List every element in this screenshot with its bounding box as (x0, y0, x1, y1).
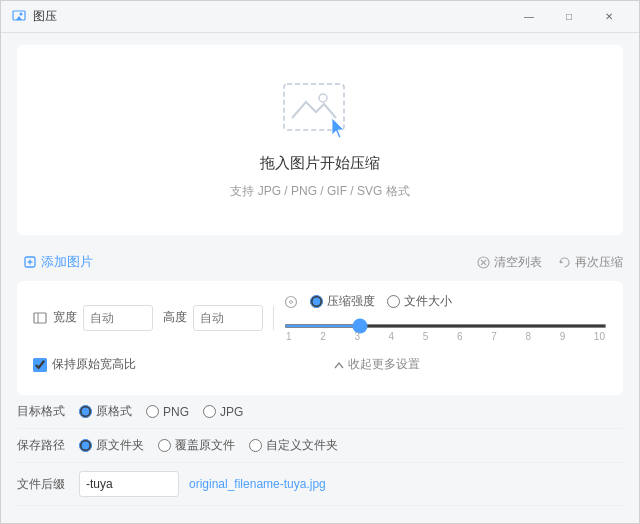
add-image-label: 添加图片 (41, 253, 93, 271)
height-field-group: 高度 (163, 305, 263, 331)
window-controls: — □ ✕ (509, 1, 629, 33)
settings-panel: 宽度 高度 压缩强度 (17, 281, 623, 395)
file-size-radio[interactable] (387, 295, 400, 308)
drop-sub-text: 支持 JPG / PNG / GIF / SVG 格式 (230, 183, 409, 200)
close-button[interactable]: ✕ (589, 1, 629, 33)
compress-section: 压缩强度 文件大小 1 2 3 4 5 6 (284, 293, 607, 342)
save-overwrite-radio[interactable] (158, 439, 171, 452)
format-original-radio[interactable] (79, 405, 92, 418)
file-size-text: 文件大小 (404, 293, 452, 310)
format-row: 目标格式 原格式 PNG JPG (17, 395, 623, 429)
maximize-button[interactable]: □ (549, 1, 589, 33)
chevron-up-icon (334, 361, 344, 369)
save-original-folder-label[interactable]: 原文件夹 (79, 437, 144, 454)
format-png-text: PNG (163, 405, 189, 419)
svg-rect-4 (292, 92, 336, 122)
format-label: 目标格式 (17, 403, 69, 420)
drop-zone[interactable]: 拖入图片开始压缩 支持 JPG / PNG / GIF / SVG 格式 (17, 45, 623, 235)
svg-marker-13 (560, 260, 564, 264)
svg-point-5 (319, 94, 327, 102)
svg-point-16 (286, 296, 297, 307)
app-window: 图压 — □ ✕ 拖入图片开始压缩 支持 JPG / PNG / GIF / S… (0, 0, 640, 524)
suffix-preview: original_filename-tuya.jpg (189, 477, 326, 491)
format-png-label[interactable]: PNG (146, 405, 189, 419)
format-original-text: 原格式 (96, 403, 132, 420)
app-icon (11, 9, 27, 25)
keep-ratio-label[interactable]: 保持原始宽高比 (33, 356, 136, 373)
svg-point-2 (20, 12, 23, 15)
title-bar: 图压 — □ ✕ (1, 1, 639, 33)
settings-row-2: 保持原始宽高比 收起更多设置 (33, 352, 607, 377)
compress-strength-radio-label[interactable]: 压缩强度 (310, 293, 375, 310)
clear-icon (477, 256, 490, 269)
format-original-label[interactable]: 原格式 (79, 403, 132, 420)
format-jpg-radio[interactable] (203, 405, 216, 418)
resize-icon (33, 312, 47, 324)
compress-top: 压缩强度 文件大小 (284, 293, 607, 310)
settings-row-1: 宽度 高度 压缩强度 (33, 293, 607, 342)
compress-strength-text: 压缩强度 (327, 293, 375, 310)
retry-compress-button[interactable]: 再次压缩 (558, 254, 623, 271)
toolbar-right: 清空列表 再次压缩 (477, 254, 623, 271)
width-field-group: 宽度 (33, 305, 153, 331)
toolbar: 添加图片 清空列表 再次压缩 (1, 243, 639, 281)
save-overwrite-text: 覆盖原文件 (175, 437, 235, 454)
svg-marker-1 (16, 16, 22, 20)
plus-icon (23, 255, 37, 269)
save-custom-folder-label[interactable]: 自定义文件夹 (249, 437, 338, 454)
save-original-folder-radio[interactable] (79, 439, 92, 452)
compress-slider[interactable] (284, 324, 607, 328)
clear-list-button[interactable]: 清空列表 (477, 254, 542, 271)
format-radio-group: 原格式 PNG JPG (79, 403, 243, 420)
retry-icon (558, 256, 571, 269)
window-title: 图压 (33, 8, 509, 25)
file-size-radio-label[interactable]: 文件大小 (387, 293, 452, 310)
collapse-label: 收起更多设置 (348, 356, 420, 373)
clear-list-label: 清空列表 (494, 254, 542, 271)
collapse-button[interactable]: 收起更多设置 (334, 352, 420, 377)
minimize-button[interactable]: — (509, 1, 549, 33)
save-custom-folder-radio[interactable] (249, 439, 262, 452)
compress-icon (284, 295, 298, 309)
slider-container: 1 2 3 4 5 6 7 8 9 10 (284, 316, 607, 342)
save-original-folder-text: 原文件夹 (96, 437, 144, 454)
format-png-radio[interactable] (146, 405, 159, 418)
suffix-input[interactable] (79, 471, 179, 497)
keep-ratio-text: 保持原始宽高比 (52, 356, 136, 373)
format-jpg-label[interactable]: JPG (203, 405, 243, 419)
drop-icon (280, 80, 360, 144)
divider (273, 306, 274, 330)
format-jpg-text: JPG (220, 405, 243, 419)
width-label: 宽度 (53, 309, 77, 326)
height-input[interactable] (193, 305, 263, 331)
save-custom-folder-text: 自定义文件夹 (266, 437, 338, 454)
keep-ratio-checkbox[interactable] (33, 358, 47, 372)
save-row: 保存路径 原文件夹 覆盖原文件 自定义文件夹 (17, 429, 623, 463)
save-overwrite-label[interactable]: 覆盖原文件 (158, 437, 235, 454)
svg-rect-14 (34, 313, 46, 323)
suffix-row: 文件后缀 original_filename-tuya.jpg (17, 463, 623, 506)
compress-strength-radio[interactable] (310, 295, 323, 308)
width-input[interactable] (83, 305, 153, 331)
save-label: 保存路径 (17, 437, 69, 454)
retry-compress-label: 再次压缩 (575, 254, 623, 271)
height-label: 高度 (163, 309, 187, 326)
save-radio-group: 原文件夹 覆盖原文件 自定义文件夹 (79, 437, 338, 454)
drop-main-text: 拖入图片开始压缩 (260, 154, 380, 173)
svg-marker-6 (332, 118, 344, 138)
suffix-label: 文件后缀 (17, 476, 69, 493)
add-image-button[interactable]: 添加图片 (17, 249, 99, 275)
